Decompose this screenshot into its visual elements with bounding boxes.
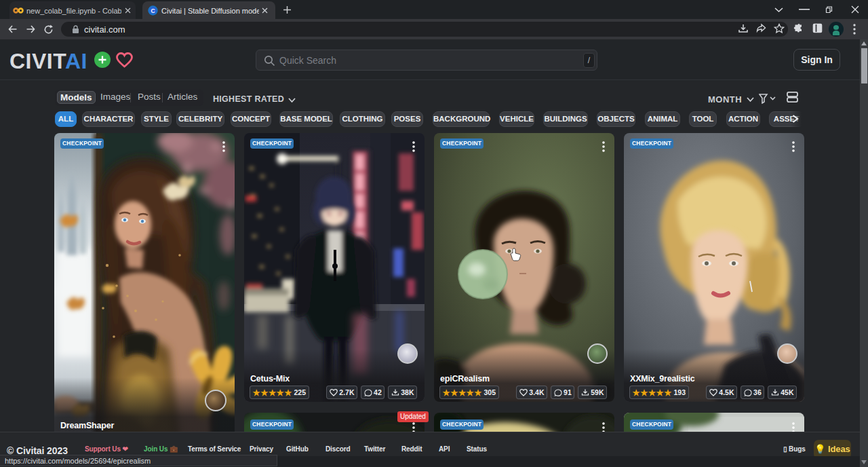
svg-text:C: C <box>151 7 155 14</box>
